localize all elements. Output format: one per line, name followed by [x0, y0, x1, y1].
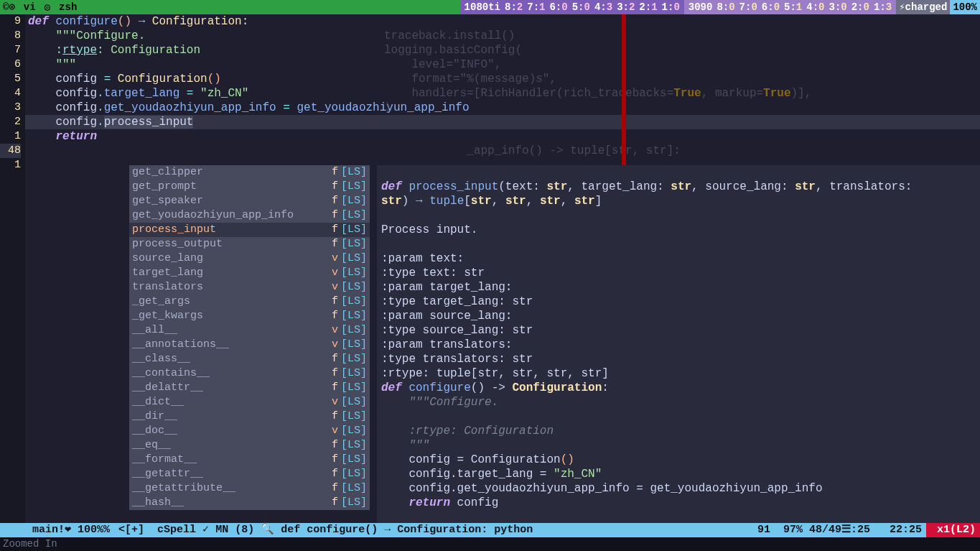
- completion-item[interactable]: _get_kwargsf[LS]: [129, 309, 370, 323]
- documentation-panel: def process_input(text: str, target_lang…: [377, 165, 980, 523]
- completion-item[interactable]: get_speakerf[LS]: [129, 194, 370, 208]
- completion-item[interactable]: __delattr__f[LS]: [129, 381, 370, 395]
- background-merge-code: traceback.install() logging.basicConfig(…: [384, 14, 980, 172]
- completion-item[interactable]: __hash__f[LS]: [129, 496, 370, 510]
- completion-item[interactable]: get_clipperf[LS]: [129, 165, 370, 180]
- completion-item[interactable]: __dict__v[LS]: [129, 395, 370, 409]
- completion-item[interactable]: _get_argsf[LS]: [129, 295, 370, 309]
- code-buffer[interactable]: traceback.install() logging.basicConfig(…: [25, 14, 980, 523]
- completion-item[interactable]: __format__f[LS]: [129, 453, 370, 467]
- completion-item[interactable]: process_inputf[LS]: [129, 223, 370, 237]
- completion-item[interactable]: process_outputf[LS]: [129, 237, 370, 251]
- battery-pct: 100%: [950, 0, 980, 14]
- completion-item[interactable]: __all__v[LS]: [129, 323, 370, 338]
- tmux-tabs[interactable]: ©⊙ vi ◎ zsh: [0, 0, 85, 14]
- gpu1-status: 1080ti 8:2 7:1 6:0 5:0 4:3 3:2 2:1 1:0: [460, 0, 684, 14]
- completion-item[interactable]: __class__f[LS]: [129, 352, 370, 366]
- line-gutter: 9 8 7 6 5 4 3 2 1 48 1: [0, 14, 25, 523]
- editor-area[interactable]: 9 8 7 6 5 4 3 2 1 48 1 traceback.install…: [0, 14, 980, 523]
- cursor-position: 91 97% 48/49☰:25 22:25: [753, 523, 926, 537]
- completion-item[interactable]: __getattr__f[LS]: [129, 467, 370, 481]
- completion-item[interactable]: __doc__v[LS]: [129, 424, 370, 438]
- completion-item[interactable]: target_langv[LS]: [129, 266, 370, 280]
- merge-conflict-bar: [622, 14, 626, 165]
- completion-item[interactable]: __contains__f[LS]: [129, 366, 370, 381]
- completion-item[interactable]: __dir__f[LS]: [129, 409, 370, 424]
- status-bar: main!❤ 100%% <[+] cSpell ✓ MN (8) 🔍 def …: [0, 523, 980, 537]
- gpu2-status: 3090 8:0 7:0 6:0 5:1 4:0 3:0 2:0 1:3: [684, 0, 896, 14]
- completion-item[interactable]: __eq__f[LS]: [129, 438, 370, 453]
- git-branch: main!❤ 100%%: [22, 523, 114, 537]
- zoom-indicator: Zoomed In: [0, 537, 980, 551]
- completion-item[interactable]: __annotations__v[LS]: [129, 338, 370, 352]
- completion-item[interactable]: __getattribute__f[LS]: [129, 481, 370, 496]
- winbar: <[+] cSpell ✓ MN (8) 🔍 def configure() →…: [114, 523, 753, 537]
- charge-status: ⚡charged: [896, 0, 950, 14]
- mode-indicator: [0, 523, 22, 537]
- autocomplete-popup[interactable]: get_clipperf[LS]get_promptf[LS]get_speak…: [129, 165, 370, 510]
- completion-item[interactable]: source_langv[LS]: [129, 251, 370, 266]
- diagnostics-count[interactable]: x1(L2): [926, 523, 980, 537]
- completion-item[interactable]: get_youdaozhiyun_app_infof[LS]: [129, 208, 370, 223]
- completion-item[interactable]: translatorsv[LS]: [129, 280, 370, 295]
- completion-item[interactable]: get_promptf[LS]: [129, 180, 370, 194]
- top-status-bar: ©⊙ vi ◎ zsh 1080ti 8:2 7:1 6:0 5:0 4:3 3…: [0, 0, 980, 14]
